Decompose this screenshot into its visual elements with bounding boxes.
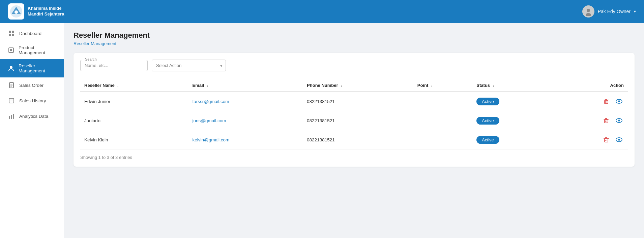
sidebar-label-sales-history: Sales History [19, 98, 46, 103]
main-layout: Dashboard Product Management Reseller Ma… [0, 23, 644, 238]
delete-icon [603, 136, 610, 143]
app-logo [8, 3, 24, 20]
svg-rect-23 [13, 114, 14, 119]
svg-point-2 [14, 10, 18, 14]
analytics-icon [8, 112, 15, 120]
reseller-table: Reseller Name ↓ Email ↓ Phone Number ↓ [80, 79, 628, 149]
col-header-action: Action [551, 79, 628, 92]
table-header: Reseller Name ↓ Email ↓ Phone Number ↓ [80, 79, 628, 92]
reseller-icon [8, 65, 14, 72]
cell-phone-0: 08221381521 [303, 92, 413, 111]
breadcrumb[interactable]: Reseller Management [74, 41, 635, 46]
sidebar-item-dashboard[interactable]: Dashboard [0, 26, 64, 41]
cell-phone-2: 08221381521 [303, 130, 413, 149]
svg-point-28 [618, 100, 620, 102]
cell-action-1 [551, 111, 628, 130]
svg-rect-29 [605, 120, 608, 123]
dashboard-icon [8, 30, 15, 37]
sort-icon-name[interactable]: ↓ [117, 84, 119, 88]
sort-icon-point[interactable]: ↓ [431, 84, 433, 88]
select-action-wrapper: Select Action ▾ [152, 60, 226, 71]
toolbar: Search Select Action ▾ [80, 60, 628, 71]
delete-button-2[interactable] [602, 135, 611, 144]
table-row: Edwin Junior farssr@gmail.com 0822138152… [80, 92, 628, 111]
cell-phone-1: 08221381521 [303, 111, 413, 130]
sidebar-label-product: Product Management [19, 45, 57, 55]
delete-button-0[interactable] [602, 97, 611, 106]
cell-action-2 [551, 130, 628, 149]
delete-button-1[interactable] [602, 116, 611, 125]
sales-order-icon [8, 81, 15, 89]
main-card: Search Select Action ▾ Reseller Name [74, 53, 635, 167]
sales-history-icon [8, 97, 15, 104]
sidebar-item-reseller-management[interactable]: Reseller Management [0, 59, 64, 77]
table-body: Edwin Junior farssr@gmail.com 0822138152… [80, 92, 628, 149]
sidebar-label-reseller: Reseller Management [19, 63, 57, 73]
user-menu[interactable]: Pak Edy Owner ▾ [582, 5, 636, 18]
sort-icon-phone[interactable]: ↓ [341, 84, 342, 88]
table-row: Kelvin Klein kelvin@gmail.com 0822138152… [80, 130, 628, 149]
cell-name-2: Kelvin Klein [80, 130, 188, 149]
svg-point-4 [587, 9, 590, 12]
user-name-label: Pak Edy Owner [598, 9, 631, 14]
svg-rect-24 [605, 100, 608, 104]
cell-name-1: Juniarto [80, 111, 188, 130]
view-button-1[interactable] [614, 116, 624, 125]
sort-icon-status[interactable]: ↓ [493, 84, 494, 88]
cell-status-1: Active [472, 111, 551, 130]
view-button-0[interactable] [614, 97, 624, 106]
col-header-status: Status ↓ [472, 79, 551, 92]
search-input[interactable] [80, 60, 148, 71]
cell-email-0: farssr@gmail.com [188, 92, 303, 111]
select-action-dropdown[interactable]: Select Action [152, 60, 226, 71]
col-header-phone: Phone Number ↓ [303, 79, 413, 92]
logo-area: Kharisma Inside Mandiri Sejahtera [8, 3, 64, 20]
status-badge-1: Active [476, 117, 499, 125]
user-avatar [582, 5, 594, 18]
svg-rect-11 [10, 49, 12, 51]
cell-status-2: Active [472, 130, 551, 149]
page-title: Reseller Management [74, 31, 635, 40]
cell-name-0: Edwin Junior [80, 92, 188, 111]
svg-rect-7 [12, 31, 14, 33]
view-icon [615, 136, 623, 143]
svg-point-33 [618, 120, 620, 122]
svg-rect-8 [9, 34, 11, 36]
sidebar-item-analytics-data[interactable]: Analytics Data [0, 108, 64, 124]
cell-status-0: Active [472, 92, 551, 111]
svg-rect-22 [11, 115, 12, 119]
cell-point-2 [413, 130, 473, 149]
col-header-name: Reseller Name ↓ [80, 79, 188, 92]
status-badge-0: Active [476, 98, 499, 105]
svg-rect-6 [9, 31, 11, 33]
svg-point-38 [618, 139, 620, 141]
product-icon [8, 46, 14, 54]
sidebar-label-dashboard: Dashboard [19, 31, 41, 36]
sidebar-item-product-management[interactable]: Product Management [0, 41, 64, 59]
sort-icon-email[interactable]: ↓ [207, 84, 208, 88]
table-row: Juniarto juns@gmail.com 08221381521 Acti… [80, 111, 628, 130]
delete-icon [603, 98, 610, 105]
svg-point-12 [10, 66, 12, 69]
delete-icon [603, 117, 610, 124]
search-wrapper: Search [80, 60, 148, 71]
top-header: Kharisma Inside Mandiri Sejahtera Pak Ed… [0, 0, 644, 23]
entries-info: Showing 1 to 3 of 3 entries [80, 155, 628, 160]
sidebar-item-sales-order[interactable]: Sales Order [0, 77, 64, 93]
sidebar: Dashboard Product Management Reseller Ma… [0, 23, 64, 238]
cell-point-1 [413, 111, 473, 130]
svg-rect-17 [9, 98, 14, 103]
col-header-point: Point ↓ [413, 79, 473, 92]
status-badge-2: Active [476, 136, 499, 144]
view-icon [615, 117, 623, 124]
view-icon [615, 98, 623, 105]
logo-text: Kharisma Inside Mandiri Sejahtera [28, 6, 64, 17]
sidebar-item-sales-history[interactable]: Sales History [0, 93, 64, 108]
cell-point-0 [413, 92, 473, 111]
view-button-2[interactable] [614, 135, 624, 144]
sidebar-label-analytics: Analytics Data [19, 114, 48, 119]
content-area: Reseller Management Reseller Management … [64, 23, 644, 238]
svg-rect-9 [12, 34, 14, 36]
sidebar-label-sales-order: Sales Order [19, 83, 43, 88]
svg-rect-21 [9, 116, 10, 119]
